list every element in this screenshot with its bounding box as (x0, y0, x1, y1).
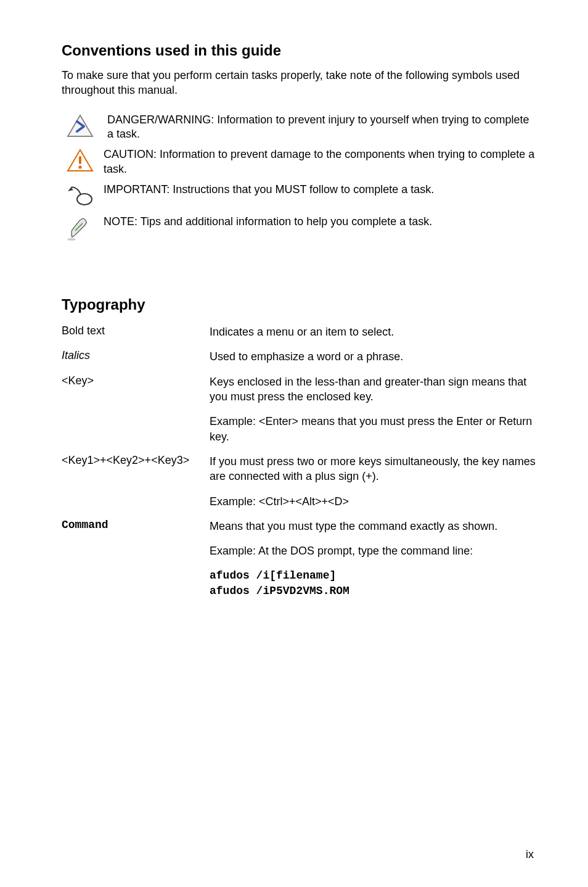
typo-label-key: <Key> (62, 374, 210, 444)
typography-heading: Typography (62, 296, 536, 313)
svg-rect-2 (79, 156, 81, 164)
keys-desc1: If you must press two or more keys simul… (210, 454, 536, 484)
typo-row-italics: Italics Used to emphasize a word or a ph… (62, 349, 536, 364)
note-icon (62, 215, 99, 243)
danger-icon (62, 113, 99, 139)
typo-label-bold: Bold text (62, 324, 210, 339)
command-code1: afudos /i[filename] (210, 568, 536, 583)
typo-label-keys: <Key1>+<Key2>+<Key3> (62, 454, 210, 509)
typo-row-bold: Bold text Indicates a menu or an item to… (62, 324, 536, 339)
caution-row: CAUTION: Information to prevent damage t… (62, 147, 536, 176)
caution-text: CAUTION: Information to prevent damage t… (99, 147, 536, 176)
important-row: IMPORTANT: Instructions that you MUST fo… (62, 183, 536, 208)
command-code2: afudos /iP5VD2VMS.ROM (210, 584, 536, 598)
conventions-intro: To make sure that you perform certain ta… (62, 68, 536, 98)
typo-row-command: Command Means that you must type the com… (62, 519, 536, 598)
key-desc2: Example: <Enter> means that you must pre… (210, 414, 536, 444)
command-desc2: Example: At the DOS prompt, type the com… (210, 543, 536, 558)
keys-desc2: Example: <Ctrl>+<Alt>+<D> (210, 494, 536, 509)
svg-marker-0 (68, 115, 92, 136)
svg-point-6 (67, 238, 76, 241)
typo-label-italics: Italics (62, 349, 210, 364)
important-text: IMPORTANT: Instructions that you MUST fo… (99, 183, 536, 197)
typo-desc-key: Keys enclosed in the less-than and great… (210, 374, 536, 444)
typo-row-key: <Key> Keys enclosed in the less-than and… (62, 374, 536, 444)
svg-point-4 (77, 194, 92, 205)
svg-point-3 (78, 166, 81, 169)
typo-desc-italics: Used to emphasize a word or a phrase. (210, 349, 536, 364)
page-number: ix (526, 848, 534, 861)
typo-desc-keys: If you must press two or more keys simul… (210, 454, 536, 509)
danger-text: DANGER/WARNING: Information to prevent i… (99, 113, 536, 142)
typo-row-keys: <Key1>+<Key2>+<Key3> If you must press t… (62, 454, 536, 509)
typo-desc-command: Means that you must type the command exa… (210, 519, 536, 598)
typo-label-command: Command (62, 519, 210, 598)
note-row: NOTE: Tips and additional information to… (62, 215, 536, 243)
conventions-heading: Conventions used in this guide (62, 42, 536, 59)
command-desc1: Means that you must type the command exa… (210, 519, 536, 534)
typo-desc-bold: Indicates a menu or an item to select. (210, 324, 536, 339)
key-desc1: Keys enclosed in the less-than and great… (210, 374, 536, 405)
danger-row: DANGER/WARNING: Information to prevent i… (62, 113, 536, 142)
caution-icon (62, 147, 99, 173)
note-text: NOTE: Tips and additional information to… (99, 215, 536, 229)
important-icon (62, 183, 99, 208)
